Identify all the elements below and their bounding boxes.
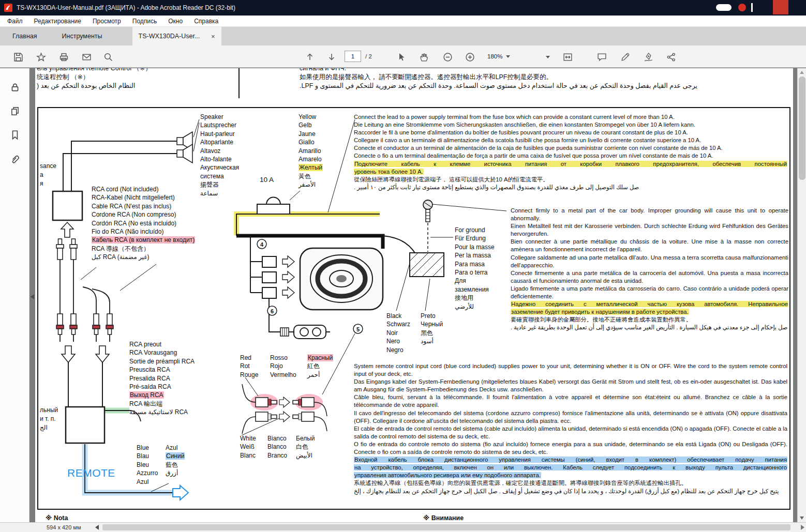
scroll-right-icon[interactable] (801, 525, 804, 530)
text-line: 如果使用的是揚聲器輸入， 請不要斷開遙控器。遙控器對輸出水平和LPF控制是必要的… (300, 73, 765, 82)
for-ground-labels: For groundFür ErdungPour la massePer la … (455, 226, 495, 311)
yellow-label-leader (290, 191, 300, 200)
titlebar-pill-icon (716, 4, 732, 11)
pages-panel-icon[interactable] (8, 104, 22, 118)
diagram-label: Preto (421, 312, 443, 320)
diagram-label: الأبيض (296, 451, 315, 460)
tab-document[interactable]: TS-WX130DA-User... × (132, 27, 221, 45)
vertical-scrollbar[interactable] (797, 68, 806, 522)
star-button[interactable] (34, 50, 48, 64)
subwoofer-illustration (300, 248, 383, 310)
diagram-label: Black (386, 312, 410, 320)
diagram-label: Синий (166, 452, 185, 460)
diagram-label: Schwarz (386, 320, 410, 328)
rca-preout-labels: RCA preoutRCA VorausgangSortie de préamp… (129, 340, 195, 417)
ground-plate (410, 253, 444, 277)
tab-home[interactable]: Главная (0, 27, 50, 45)
menu-item[interactable]: Окно (168, 18, 183, 25)
diagram-label: Blau (137, 452, 158, 460)
yellow-wire-labels: YellowGelbJauneGialloAmarilloAmareloЖелт… (298, 113, 323, 189)
instruction-line: Ligado firmemente a uma parte metálica d… (511, 285, 788, 300)
ground-screw (423, 200, 432, 252)
share-tool-button[interactable] (664, 50, 678, 64)
vertical-scroll-thumb[interactable] (799, 77, 805, 180)
window-title: TS-WX130DA-User-Manual.pdf (ЗАЩИТА) - Ad… (17, 4, 235, 11)
zoom-level-select[interactable]: 180% (485, 51, 517, 62)
marquee-zoom-button[interactable] (101, 50, 115, 64)
diagram-label: 黃色 (298, 172, 323, 180)
tab-bar: Главная Инструменты TS-WX130DA-User... × (0, 27, 806, 45)
instruction-line: Conecte el conductor a un terminal de al… (354, 144, 787, 152)
diagram-label: Bianco (267, 434, 287, 443)
tab-close-icon[interactable]: × (211, 33, 215, 40)
speaker-icons (63, 119, 199, 191)
toolbar-more-dropdown[interactable] (541, 50, 555, 64)
diagram-label: Red (240, 354, 258, 362)
diagram-label: Для (455, 277, 495, 285)
wiring-diagram-panel: 4 6 5 SpeakerLautsprecherHaut-parleurAlt… (37, 107, 790, 510)
email-button[interactable] (80, 50, 93, 64)
close-button[interactable] (773, 0, 788, 14)
panel-collapse-handle[interactable] (29, 291, 35, 303)
speaker-labels: SpeakerLautsprecherHaut-parleurAltoparla… (200, 113, 239, 197)
select-tool-button[interactable] (394, 50, 408, 64)
pencil-tool-button[interactable] (618, 50, 632, 64)
diagram-label: Altoparlante (200, 138, 239, 146)
instruction-line: System remote control input cord (blue c… (354, 362, 787, 378)
menu-item[interactable]: Подпись (132, 18, 157, 25)
attachments-panel-icon[interactable] (8, 153, 22, 166)
tab-tools[interactable]: Инструменты (50, 27, 115, 45)
diagram-label: Nero (386, 337, 410, 345)
page-count-label: / 2 (365, 53, 372, 59)
menu-item[interactable]: Редактирование (34, 18, 81, 25)
insert-arrows (62, 346, 109, 407)
diagram-label: Sortie de préampli RCA (129, 357, 195, 366)
diagram-label: Blanco (267, 443, 287, 451)
menu-bar: ФайлРедактированиеПросмотрПодписьОкноСпр… (0, 16, 806, 27)
page-number-input[interactable] (345, 51, 361, 62)
comment-tool-button[interactable] (595, 50, 608, 64)
diagram-label: 白色 (296, 443, 315, 451)
scroll-down-icon[interactable] (800, 516, 804, 520)
diagram-label: Cable RCA (N'est pas inclus) (92, 202, 195, 210)
instruction-line: Einen Metallteil fest mit der Karosserie… (511, 222, 788, 238)
horizontal-scrollbar[interactable] (93, 523, 806, 532)
instruction-line: Входной кабель блока дистанционного упра… (354, 456, 787, 464)
menu-item[interactable]: Справка (194, 18, 218, 25)
fit-width-button[interactable] (561, 50, 574, 64)
instruction-line: Raccorder le fil à une borne d'alimentat… (354, 129, 787, 136)
next-page-button[interactable] (325, 50, 338, 64)
menu-item[interactable]: Просмотр (93, 18, 121, 25)
diagram-label: Красный (307, 354, 333, 362)
diagram-label: Pour la masse (455, 243, 495, 251)
hand-tool-button[interactable] (417, 50, 430, 64)
protection-lock-icon[interactable] (8, 81, 22, 94)
diagram-label: Кабель RCA (в комплект не входит) (92, 236, 195, 244)
note-left: ※ Nota (46, 514, 68, 522)
text-line: يرجى عدم القيام بفصل وحدة التحكم عن بعد … (300, 82, 765, 90)
horizontal-scroll-thumb[interactable] (102, 524, 790, 530)
menu-item[interactable]: Файл (7, 18, 23, 25)
scroll-up-icon[interactable] (800, 71, 804, 74)
rca-cord-labels: RCA cord (Not included)RCA-Kabel (Nicht … (92, 185, 195, 262)
head-unit-box (66, 407, 105, 443)
print-button[interactable] (57, 50, 70, 64)
scroll-left-icon[interactable] (95, 525, 99, 530)
previous-page-button[interactable] (303, 50, 317, 64)
save-button[interactable] (11, 50, 25, 64)
diagram-label: Желтый (298, 163, 323, 172)
bookmarks-panel-icon[interactable] (8, 128, 22, 142)
diagram-label: Giallo (298, 138, 323, 146)
diagram-label: Bleu (137, 461, 158, 469)
diagram-label: Выход RCA (129, 391, 195, 399)
zoom-in-button[interactable] (463, 50, 476, 64)
diagram-label: Azul (166, 444, 185, 452)
instruction-line: на устройство, определяя, включен он или… (354, 464, 787, 472)
yellow-wire-highlight (236, 214, 380, 235)
zoom-out-button[interactable] (441, 50, 454, 64)
diagram-label: Rouge (240, 371, 258, 379)
fill-sign-tool-button[interactable] (641, 50, 655, 64)
top-right-text: сигнала и ФНЧ.如果使用的是揚聲器輸入， 請不要斷開遙控器。遙控器對… (300, 68, 765, 90)
instruction-line: уровень тока более 10 А. (354, 168, 787, 176)
diagram-label: Fio do RCA (Não incluído) (92, 227, 195, 236)
